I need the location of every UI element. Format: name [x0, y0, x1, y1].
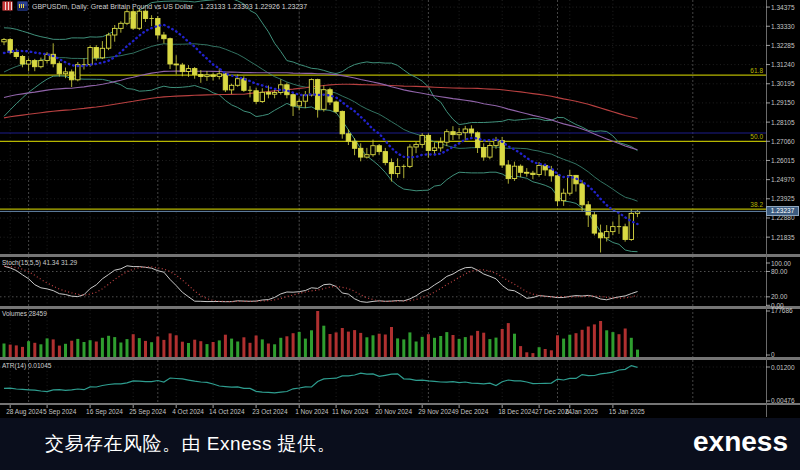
- current-price-badge: 1.23237: [766, 206, 799, 216]
- price-tick-label: 1.32285: [771, 42, 795, 49]
- date-tick-label: 14 Oct 2024: [209, 408, 245, 415]
- volume-tick-label: 0: [771, 351, 775, 358]
- date-tick-label: 25 Sep 2024: [129, 408, 166, 416]
- atr-tick-label: 0.00476: [771, 397, 795, 404]
- footer-bar: 交易存在风险。由 Exness 提供。 exness: [0, 418, 800, 470]
- candlestick-chart-icon: [17, 1, 28, 11]
- date-tick-label: 9 Dec 2024: [455, 408, 489, 415]
- date-tick-label: 15 Jan 2025: [609, 408, 645, 415]
- date-tick-label: 23 Oct 2024: [252, 408, 288, 415]
- price-tick-label: 1.34375: [771, 4, 795, 11]
- price-tick-label: 1.21835: [771, 234, 795, 241]
- date-tick-label: 18 Dec 2024: [498, 408, 535, 415]
- date-tick-label: 1 Nov 2024: [295, 408, 329, 415]
- chart-canvas[interactable]: 61.850.038.21.343751.333301.322851.31240…: [0, 0, 800, 418]
- price-tick-label: 1.31240: [771, 61, 795, 68]
- stochastic-indicator-label: Stoch(15,5,5) 41.34 31.29: [2, 259, 77, 266]
- date-tick-label: 29 Nov 2024: [418, 408, 455, 415]
- risk-disclaimer: 交易存在风险。由 Exness 提供。: [45, 431, 336, 457]
- price-tick-label: 1.23925: [771, 195, 795, 202]
- trading-app-window: 61.850.038.21.343751.333301.322851.31240…: [0, 0, 800, 470]
- volume-tick-label: 177686: [771, 307, 793, 314]
- exness-logo: exness: [693, 426, 788, 462]
- stoch-tick-label: 80.00: [771, 268, 788, 275]
- stoch-tick-label: 100.00: [771, 260, 791, 267]
- fib-level-label: 61.8: [750, 67, 763, 74]
- date-tick-label: 20 Nov 2024: [375, 408, 412, 415]
- date-tick-label: 4 Oct 2024: [172, 408, 204, 415]
- fib-level-label: 50.0: [750, 133, 763, 140]
- ohlc-values: 1.23133 1.23303 1.22926 1.23237: [200, 3, 307, 10]
- volumes-indicator-label: Volumes 28459: [2, 310, 47, 317]
- atr-indicator-label: ATR(14) 0.01045: [2, 362, 51, 369]
- date-tick-label: 6 Jan 2025: [566, 408, 599, 415]
- date-tick-label: 5 Sep 2024: [43, 408, 77, 416]
- date-tick-label: 28 Aug 2024: [6, 408, 43, 416]
- mt-logo-icon: [2, 1, 13, 11]
- chart-symbol-title: GBPUSDm, Daily: Great Britain Pound vs U…: [32, 3, 193, 10]
- date-tick-label: 16 Sep 2024: [86, 408, 123, 416]
- price-tick-label: 1.33330: [771, 23, 795, 30]
- price-tick-label: 1.24970: [771, 176, 795, 183]
- price-tick-label: 1.27060: [771, 138, 795, 145]
- date-tick-label: 11 Nov 2024: [332, 408, 369, 415]
- fib-level-label: 38.2: [750, 201, 763, 208]
- chart-title-bar: GBPUSDm, Daily: Great Britain Pound vs U…: [2, 1, 307, 11]
- price-tick-label: 1.26015: [771, 157, 795, 164]
- price-tick-label: 1.29150: [771, 99, 795, 106]
- price-tick-label: 1.30195: [771, 80, 795, 87]
- stoch-tick-label: 20.00: [771, 293, 788, 300]
- atr-tick-label: 0.01200: [771, 364, 795, 371]
- price-tick-label: 1.28105: [771, 119, 795, 126]
